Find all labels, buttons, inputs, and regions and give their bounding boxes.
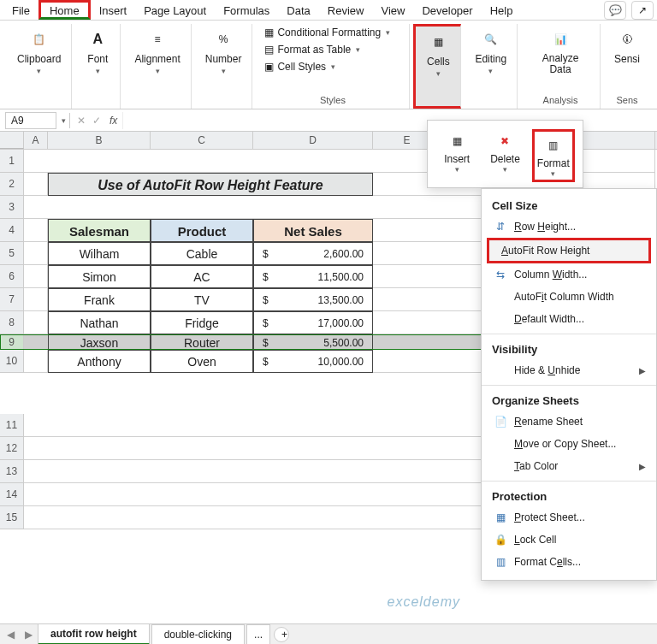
accept-icon[interactable]: ✓ <box>89 115 104 127</box>
th-netsales[interactable]: Net Sales <box>253 219 373 242</box>
menu-default-width[interactable]: Default Width... <box>482 308 656 330</box>
rowh-5[interactable]: 5 <box>0 242 24 265</box>
tab-file[interactable]: File <box>3 0 38 20</box>
tab-review[interactable]: Review <box>319 0 373 20</box>
rowh-11[interactable]: 11 <box>0 414 24 437</box>
cell-product[interactable]: TV <box>151 288 253 311</box>
insert-cells-button[interactable]: ▦ Insert▾ <box>435 129 478 182</box>
sensitivity-button[interactable]: 🛈 Sensi <box>611 26 643 67</box>
alignment-button[interactable]: ≡ Alignment ▾ <box>131 26 183 77</box>
menu-column-width[interactable]: ⇆Column Width... <box>482 263 656 286</box>
tab-formulas[interactable]: Formulas <box>215 0 278 20</box>
title-cell[interactable]: Use of AutoFit Row Height Feature <box>48 173 373 196</box>
colh-B[interactable]: B <box>48 132 151 149</box>
sheet-tab[interactable]: double-clicking <box>151 624 245 644</box>
cell-product[interactable]: Cable <box>151 242 253 265</box>
rowh-1[interactable]: 1 <box>0 150 24 173</box>
rowh-15[interactable]: 15 <box>0 506 24 529</box>
cells-button[interactable]: ▦ Cells ▾ <box>423 28 453 80</box>
tab-developer[interactable]: Developer <box>413 0 481 20</box>
cell[interactable] <box>24 311 48 334</box>
cell[interactable] <box>24 265 48 288</box>
cell-product[interactable]: Router <box>151 334 253 350</box>
clipboard-button[interactable]: 📋 Clipboard ▾ <box>14 26 64 77</box>
delete-cells-button[interactable]: ✖ Delete▾ <box>483 129 526 182</box>
cell-salesman[interactable]: Wilham <box>48 242 151 265</box>
editing-button[interactable]: 🔍 Editing ▾ <box>471 26 510 77</box>
cell-salesman[interactable]: Nathan <box>48 311 151 334</box>
cell-salesman[interactable]: Jaxson <box>48 334 151 350</box>
menu-rename-sheet[interactable]: 📄Rename Sheet <box>482 411 656 433</box>
tab-view[interactable]: View <box>372 0 413 20</box>
menu-row-height[interactable]: ⇵Row Height... <box>482 216 656 238</box>
tab-data[interactable]: Data <box>278 0 318 20</box>
rowh-12[interactable]: 12 <box>0 437 24 460</box>
cell-netsales[interactable]: $ 17,000.00 <box>253 311 373 334</box>
name-box[interactable] <box>5 112 56 129</box>
format-cells-button[interactable]: ▥ Format▾ <box>532 129 575 182</box>
cell-styles-button[interactable]: ▣Cell Styles▾ <box>263 60 337 74</box>
tab-help[interactable]: Help <box>482 0 522 20</box>
cell-salesman[interactable]: Anthony <box>48 350 151 373</box>
colh-C[interactable]: C <box>151 132 253 149</box>
rowh-6[interactable]: 6 <box>0 265 24 288</box>
group-cells[interactable]: ▦ Cells ▾ <box>413 24 461 109</box>
cell-product[interactable]: Oven <box>151 350 253 373</box>
th-product[interactable]: Product <box>151 219 253 242</box>
cancel-icon[interactable]: ✕ <box>74 115 89 127</box>
fx-icon[interactable]: fx <box>110 115 117 127</box>
cell-netsales[interactable]: $ 2,600.00 <box>253 242 373 265</box>
menu-protect-sheet[interactable]: ▦Protect Sheet... <box>482 506 656 529</box>
cell[interactable] <box>24 288 48 311</box>
colh-D[interactable]: D <box>253 132 373 149</box>
cell-netsales[interactable]: $ 5,500.00 <box>253 334 373 350</box>
rowh-7[interactable]: 7 <box>0 288 24 311</box>
sheet-tab-more[interactable]: ... <box>246 624 270 644</box>
rowh-8[interactable]: 8 <box>0 311 24 334</box>
rowh-4[interactable]: 4 <box>0 219 24 242</box>
tab-insert[interactable]: Insert <box>91 0 136 20</box>
select-all-corner[interactable] <box>0 132 24 149</box>
cell-salesman[interactable]: Simon <box>48 265 151 288</box>
menu-lock-cell[interactable]: 🔒Lock Cell <box>482 529 656 551</box>
format-as-table-button[interactable]: ▤Format as Table▾ <box>263 43 362 56</box>
add-sheet-button[interactable]: + <box>274 627 289 642</box>
number-button[interactable]: % Number ▾ <box>202 26 246 77</box>
tab-page-layout[interactable]: Page Layout <box>135 0 215 20</box>
tab-home[interactable]: Home <box>38 0 91 20</box>
menu-autofit-col-width[interactable]: AutoFit Column Width <box>482 286 656 308</box>
cell-netsales[interactable]: $ 13,500.00 <box>253 288 373 311</box>
menu-move-sheet[interactable]: Move or Copy Sheet... <box>482 433 656 455</box>
rowh-3[interactable]: 3 <box>0 196 24 219</box>
menu-autofit-row-height[interactable]: AutoFit Row Height <box>487 238 651 263</box>
font-button[interactable]: A Font ▾ <box>82 26 113 77</box>
colh-A[interactable]: A <box>24 132 48 149</box>
cell-netsales[interactable]: $ 11,500.00 <box>253 265 373 288</box>
th-salesman[interactable]: Salesman <box>48 219 151 242</box>
col-width-icon: ⇆ <box>494 268 507 281</box>
sheet-nav-prev-icon[interactable]: ◀ <box>0 629 21 641</box>
cell[interactable] <box>24 334 48 350</box>
share-icon[interactable]: ↗ <box>631 1 654 20</box>
sheet-tab-active[interactable]: autofit row height <box>38 623 150 644</box>
rowh-9[interactable]: 9 <box>0 334 24 350</box>
rowh-10[interactable]: 10 <box>0 350 24 373</box>
cell-salesman[interactable]: Frank <box>48 288 151 311</box>
cell[interactable] <box>24 173 48 196</box>
conditional-formatting-button[interactable]: ▦Conditional Formatting▾ <box>263 26 392 39</box>
rowh-13[interactable]: 13 <box>0 460 24 483</box>
menu-hide-unhide[interactable]: Hide & Unhide▶ <box>482 359 656 381</box>
cell-product[interactable]: AC <box>151 265 253 288</box>
cell[interactable] <box>24 350 48 373</box>
menu-tab-color[interactable]: Tab Color▶ <box>482 455 656 477</box>
sheet-nav-next-icon[interactable]: ▶ <box>21 629 36 641</box>
comments-icon[interactable]: 💬 <box>604 1 626 20</box>
rowh-2[interactable]: 2 <box>0 173 24 196</box>
menu-format-cells[interactable]: ▥Format Cells... <box>482 551 656 573</box>
cell[interactable] <box>24 219 48 242</box>
analyze-button[interactable]: 📊 Analyze Data <box>528 26 593 77</box>
cell[interactable] <box>24 242 48 265</box>
rowh-14[interactable]: 14 <box>0 483 24 506</box>
cell-netsales[interactable]: $ 10,000.00 <box>253 350 373 373</box>
cell-product[interactable]: Fridge <box>151 311 253 334</box>
